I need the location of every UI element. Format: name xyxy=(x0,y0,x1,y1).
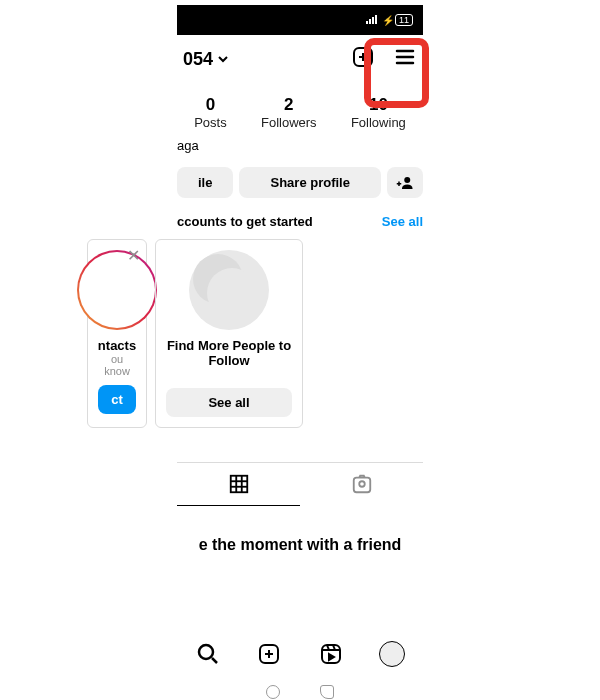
chevron-down-icon xyxy=(217,49,229,70)
system-back-icon[interactable] xyxy=(320,685,334,699)
status-bar: ⚡ 11 xyxy=(177,5,423,35)
nav-reels-icon[interactable] xyxy=(318,641,344,667)
create-post-icon[interactable] xyxy=(351,45,375,73)
battery-icon: ⚡ 11 xyxy=(382,14,413,26)
contacts-avatar xyxy=(77,250,157,330)
nav-create-icon[interactable] xyxy=(256,641,282,667)
svg-rect-18 xyxy=(353,478,370,493)
svg-rect-25 xyxy=(322,645,340,663)
findmore-avatar xyxy=(189,250,269,330)
svg-rect-0 xyxy=(366,21,368,24)
profile-actions: ile Share profile xyxy=(177,161,423,204)
svg-line-21 xyxy=(212,658,217,663)
username-switcher[interactable]: 054 xyxy=(183,49,229,70)
suggestion-card-contacts: ✕ ntacts ou know ct xyxy=(87,239,147,428)
nav-search-icon[interactable] xyxy=(195,641,221,667)
nav-profile-icon[interactable] xyxy=(379,641,405,667)
stat-posts[interactable]: 0 Posts xyxy=(194,95,227,130)
system-circle-icon[interactable] xyxy=(266,685,280,699)
svg-rect-13 xyxy=(230,476,247,493)
stat-following[interactable]: 10 Following xyxy=(351,95,406,130)
system-nav-bar xyxy=(240,685,360,689)
following-label: Following xyxy=(351,115,406,130)
card-title: ntacts xyxy=(98,338,136,353)
hamburger-menu-icon[interactable] xyxy=(393,45,417,73)
card-subtitle: ou know xyxy=(98,353,136,377)
signal-icon xyxy=(366,14,378,26)
discover-header: ccounts to get started See all xyxy=(177,204,423,235)
profile-stats: 0 Posts 2 Followers 10 Following xyxy=(177,83,423,134)
tab-grid[interactable] xyxy=(177,463,300,506)
see-all-button[interactable]: See all xyxy=(166,388,292,417)
svg-point-19 xyxy=(359,481,365,487)
card-title: Find More People to Follow xyxy=(166,338,292,368)
bottom-nav xyxy=(177,633,423,675)
edit-profile-button[interactable]: ile xyxy=(177,167,233,198)
profile-header: 054 xyxy=(177,35,423,83)
battery-level: 11 xyxy=(395,14,413,26)
see-all-link[interactable]: See all xyxy=(382,214,423,229)
tab-tagged[interactable] xyxy=(300,463,423,506)
following-count: 10 xyxy=(351,95,406,115)
svg-rect-3 xyxy=(375,15,377,24)
svg-point-20 xyxy=(199,645,213,659)
stat-followers[interactable]: 2 Followers xyxy=(261,95,317,130)
empty-state-title: e the moment with a friend xyxy=(177,506,423,562)
followers-count: 2 xyxy=(261,95,317,115)
card-subtitle xyxy=(227,368,230,380)
svg-rect-2 xyxy=(372,17,374,24)
discover-people-button[interactable] xyxy=(387,167,423,198)
share-profile-button[interactable]: Share profile xyxy=(239,167,381,198)
posts-count: 0 xyxy=(194,95,227,115)
svg-rect-1 xyxy=(369,19,371,24)
connect-button[interactable]: ct xyxy=(98,385,136,414)
suggestion-cards: ✕ ntacts ou know ct Find More People to … xyxy=(177,235,423,432)
phone-screen: ⚡ 11 054 0 Posts 2 Followers xyxy=(177,5,423,695)
followers-label: Followers xyxy=(261,115,317,130)
profile-tabs xyxy=(177,462,423,506)
discover-title: ccounts to get started xyxy=(177,214,313,229)
close-icon[interactable]: ✕ xyxy=(127,246,140,265)
posts-label: Posts xyxy=(194,115,227,130)
svg-point-10 xyxy=(404,177,410,183)
avatar xyxy=(379,641,405,667)
bio-name: aga xyxy=(177,134,423,161)
username-text: 054 xyxy=(183,49,213,70)
suggestion-card-findmore: Find More People to Follow See all xyxy=(155,239,303,428)
